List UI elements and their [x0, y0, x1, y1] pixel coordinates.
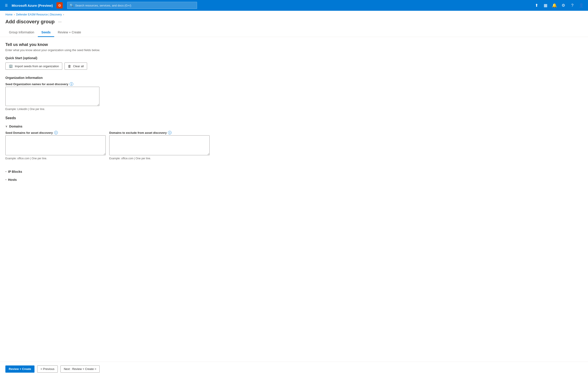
seed-domains-field-group: Seed Domains for asset discovery i Examp… — [5, 131, 106, 160]
org-info-section: Organization information Seed Organizati… — [5, 76, 210, 111]
exclude-domains-hint: Example: office.com | One per line. — [109, 157, 210, 160]
page-header: Add discovery group ··· — [0, 18, 588, 28]
topbar-actions: ⬆ ▦ 🔔 ⚙ ? 👤 — [533, 1, 585, 10]
breadcrumb: Home › Defender EASM Resource | Discover… — [0, 11, 588, 18]
breadcrumb-home[interactable]: Home — [5, 13, 12, 16]
section-heading: Tell us what you know — [5, 42, 210, 47]
org-names-input[interactable] — [5, 87, 99, 106]
seed-domains-hint: Example: office.com | One per line. — [5, 157, 106, 160]
exclude-domains-input[interactable] — [109, 135, 210, 155]
org-names-info-icon: i — [70, 82, 73, 86]
import-icon: 🏢 — [9, 64, 13, 68]
org-names-field-group: Seed Organization names for asset discov… — [5, 82, 210, 111]
profile-icon[interactable]: 👤 — [577, 1, 585, 10]
tab-seeds[interactable]: Seeds — [38, 28, 54, 37]
section-desc: Enter what you know about your organizat… — [5, 48, 210, 52]
ip-blocks-label: IP Blocks — [8, 170, 22, 173]
cloud-upload-icon[interactable]: ⬆ — [533, 1, 541, 10]
topbar: ☰ Microsoft Azure (Preview) ⚙ 🔍 Search r… — [0, 0, 588, 11]
seeds-section: Seeds ∨ Domains Seed Domains for asset d… — [5, 116, 210, 183]
exclude-domains-info-icon: i — [168, 131, 171, 134]
tab-group-information[interactable]: Group Information — [5, 28, 38, 37]
clear-all-label: Clear all — [73, 64, 84, 68]
main-content: Tell us what you know Enter what you kno… — [0, 37, 215, 206]
quick-start-label: Quick Start (optional) — [5, 56, 210, 60]
org-info-heading: Organization information — [5, 76, 210, 80]
search-icon: 🔍 — [70, 4, 74, 7]
hosts-collapsible-header[interactable]: › Hosts — [5, 176, 210, 183]
page-title: Add discovery group — [5, 19, 55, 25]
exclude-domains-label: Domains to exclude from asset discovery … — [109, 131, 210, 134]
settings-icon[interactable]: ⚙ — [559, 1, 567, 10]
ip-blocks-collapsible-header[interactable]: › IP Blocks — [5, 168, 210, 175]
app-title: Microsoft Azure (Preview) — [12, 4, 53, 7]
clear-all-button[interactable]: 🗑 Clear all — [64, 63, 87, 70]
tab-review-create[interactable]: Review + Create — [54, 28, 85, 37]
hosts-chevron-icon: › — [4, 179, 7, 180]
domains-collapsible-header[interactable]: ∨ Domains — [5, 123, 210, 130]
exclude-domains-field-group: Domains to exclude from asset discovery … — [109, 131, 210, 160]
domains-section: ∨ Domains Seed Domains for asset discove… — [5, 123, 210, 164]
breadcrumb-sep-2: › — [63, 13, 64, 16]
notifications-icon[interactable]: 🔔 — [550, 1, 558, 10]
domains-label: Domains — [9, 125, 22, 128]
org-names-hint: Example: LinkedIn | One per line. — [5, 107, 210, 111]
import-seeds-label: Import seeds from an organization — [15, 64, 59, 68]
ip-blocks-section: › IP Blocks — [5, 168, 210, 175]
seeds-heading: Seeds — [5, 116, 210, 120]
seed-domains-label: Seed Domains for asset discovery i — [5, 131, 106, 134]
breadcrumb-discovery[interactable]: Defender EASM Resource | Discovery — [16, 13, 62, 16]
tabs: Group Information Seeds Review + Create — [0, 28, 588, 37]
app-icon: ⚙ — [56, 2, 63, 9]
seed-domains-info-icon: i — [54, 131, 58, 134]
org-names-label: Seed Organization names for asset discov… — [5, 82, 210, 86]
domains-chevron-icon: ∨ — [5, 125, 7, 128]
quick-start-buttons: 🏢 Import seeds from an organization 🗑 Cl… — [5, 63, 210, 70]
hamburger-menu[interactable]: ☰ — [3, 2, 10, 9]
more-options-button[interactable]: ··· — [57, 19, 63, 25]
search-placeholder: Search resources, services, and docs (G+… — [75, 4, 131, 7]
hosts-section: › Hosts — [5, 176, 210, 183]
hamburger-icon: ☰ — [5, 4, 8, 7]
domains-fields: Seed Domains for asset discovery i Examp… — [5, 131, 210, 164]
seed-domains-input[interactable] — [5, 135, 106, 155]
portal-icon[interactable]: ▦ — [541, 1, 549, 10]
ip-blocks-chevron-icon: › — [4, 171, 7, 172]
search-bar[interactable]: 🔍 Search resources, services, and docs (… — [67, 2, 197, 9]
import-seeds-button[interactable]: 🏢 Import seeds from an organization — [5, 63, 62, 70]
hosts-label: Hosts — [8, 178, 17, 182]
help-icon[interactable]: ? — [568, 1, 576, 10]
breadcrumb-sep-1: › — [14, 13, 15, 16]
trash-icon: 🗑 — [68, 64, 71, 68]
